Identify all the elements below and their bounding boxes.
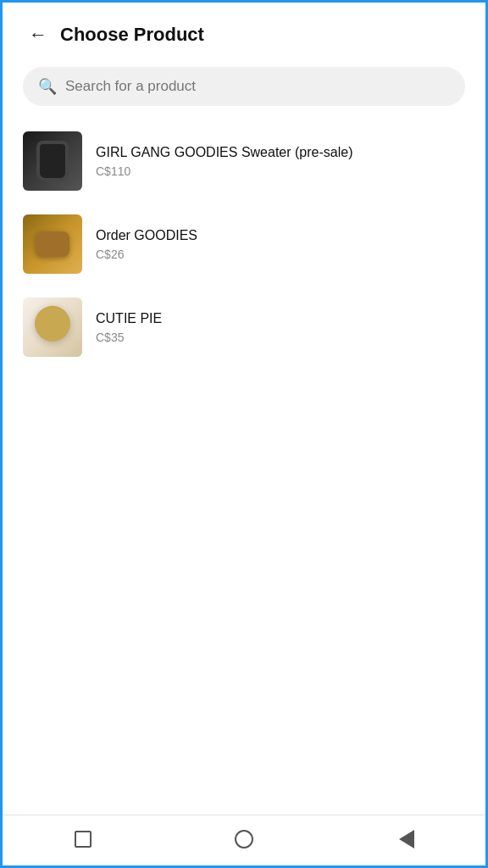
product-price: C$110 — [96, 164, 352, 178]
product-info: CUTIE PIE C$35 — [96, 310, 162, 345]
triangle-icon — [399, 830, 414, 849]
product-name: CUTIE PIE — [96, 310, 162, 328]
search-bar[interactable]: 🔍 — [23, 67, 465, 106]
header: ← Choose Product — [3, 3, 485, 64]
back-button[interactable]: ← — [23, 19, 53, 50]
square-icon — [75, 831, 92, 848]
navigation-bar — [3, 815, 485, 865]
search-input[interactable] — [65, 78, 450, 95]
home-button[interactable] — [223, 818, 265, 860]
product-price: C$35 — [96, 331, 162, 344]
list-item[interactable]: GIRL GANG GOODIES Sweater (pre-sale) C$1… — [23, 120, 465, 203]
stop-button[interactable] — [62, 818, 104, 860]
product-list: GIRL GANG GOODIES Sweater (pre-sale) C$1… — [3, 120, 485, 815]
back-nav-button[interactable] — [384, 818, 426, 860]
product-info: GIRL GANG GOODIES Sweater (pre-sale) C$1… — [96, 144, 352, 179]
search-icon: 🔍 — [38, 77, 57, 96]
product-thumbnail-sweater — [23, 131, 82, 191]
product-price: C$26 — [96, 248, 197, 261]
back-arrow-icon: ← — [29, 25, 47, 44]
circle-icon — [235, 830, 253, 849]
page-title: Choose Product — [60, 24, 204, 46]
search-bar-wrapper: 🔍 — [3, 64, 485, 120]
product-thumbnail-goodies — [23, 214, 82, 274]
product-info: Order GOODIES C$26 — [96, 227, 197, 262]
product-thumbnail-pie — [23, 298, 82, 357]
list-item[interactable]: CUTIE PIE C$35 — [23, 286, 465, 369]
screen: ← Choose Product 🔍 GIRL GANG GOODIES Swe… — [3, 3, 485, 865]
product-name: GIRL GANG GOODIES Sweater (pre-sale) — [96, 144, 352, 162]
product-name: Order GOODIES — [96, 227, 197, 245]
list-item[interactable]: Order GOODIES C$26 — [23, 203, 465, 286]
